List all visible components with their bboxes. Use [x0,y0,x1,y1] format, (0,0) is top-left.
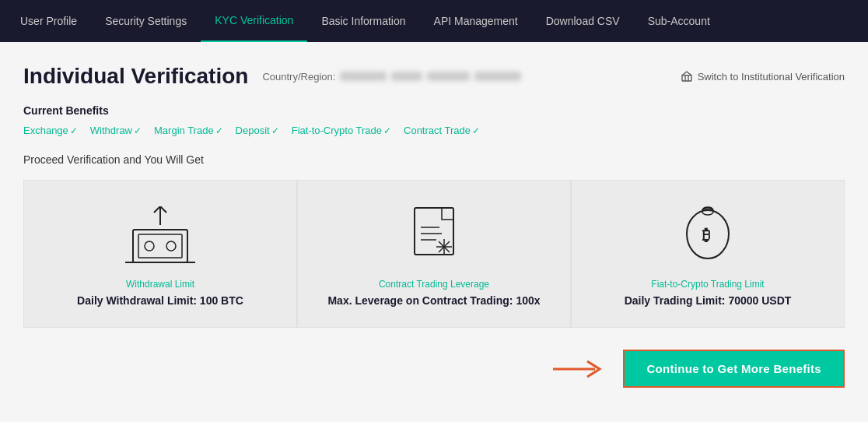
svg-point-4 [166,241,176,251]
country-value-3 [427,72,470,81]
card-contract-icon [399,204,469,266]
benefit-fiat-label: Fiat-to-Crypto Trade [292,125,382,136]
card-fiat-icon: ₿ [673,204,743,266]
benefit-contract: Contract Trade ✓ [404,125,480,136]
nav-download-csv[interactable]: Download CSV [532,0,634,42]
card-withdrawal-icon [121,204,199,266]
page-title: Individual Verification [23,64,248,89]
card-fiat: ₿ Fiat-to-Crypto Trading Limit Daily Tra… [571,180,845,328]
benefit-deposit-check: ✓ [271,125,279,136]
card-contract: Contract Trading Leverage Max. Leverage … [297,180,571,328]
main-nav: User Profile Security Settings KYC Verif… [0,0,868,42]
main-content: Individual Verification Country/Region: … [0,42,868,403]
benefit-withdraw-check: ✓ [134,125,142,136]
header-left: Individual Verification Country/Region: [23,64,521,89]
benefit-margin-label: Margin Trade [154,125,214,136]
header-row: Individual Verification Country/Region: … [23,64,845,89]
withdrawal-svg [121,206,199,265]
benefit-exchange-label: Exchange [23,125,68,136]
country-value-4 [474,72,521,81]
benefit-contract-label: Contract Trade [404,125,471,136]
nav-sub-account[interactable]: Sub-Account [634,0,724,42]
continue-button[interactable]: Continue to Get More Benefits [623,350,845,388]
country-label: Country/Region: [262,71,335,83]
card-withdrawal-subtitle: Withdrawal Limit [126,279,194,290]
benefit-margin-check: ✓ [215,125,223,136]
svg-rect-0 [682,76,691,81]
crypto-svg: ₿ [673,204,743,266]
card-contract-value: Max. Leverage on Contract Trading: 100x [327,294,540,307]
current-benefits-label: Current Benefits [23,104,845,117]
switch-text: Switch to Institutional Verification [698,71,845,83]
building-icon [681,70,693,83]
svg-rect-7 [415,208,453,255]
benefit-withdraw: Withdraw ✓ [90,125,142,136]
benefit-exchange-check: ✓ [70,125,78,136]
card-fiat-subtitle: Fiat-to-Crypto Trading Limit [651,279,764,290]
benefits-list: Exchange ✓ Withdraw ✓ Margin Trade ✓ Dep… [23,125,845,136]
cards-row: Withdrawal Limit Daily Withdrawal Limit:… [23,180,845,328]
card-withdrawal-value: Daily Withdrawal Limit: 100 BTC [77,294,243,307]
benefit-margin: Margin Trade ✓ [154,125,223,136]
card-contract-subtitle: Contract Trading Leverage [379,279,489,290]
contract-svg [399,204,469,266]
nav-api-management[interactable]: API Management [420,0,532,42]
arrow-container [553,357,607,381]
nav-security-settings[interactable]: Security Settings [91,0,201,42]
benefit-fiat-check: ✓ [383,125,391,136]
svg-point-3 [145,241,154,251]
arrow-icon [553,357,607,381]
benefit-deposit: Deposit ✓ [236,125,279,136]
benefit-fiat: Fiat-to-Crypto Trade ✓ [292,125,391,136]
country-region: Country/Region: [262,71,521,83]
benefit-deposit-label: Deposit [236,125,270,136]
country-value-2 [391,72,422,81]
card-withdrawal: Withdrawal Limit Daily Withdrawal Limit:… [23,180,297,328]
benefit-withdraw-label: Withdraw [90,125,132,136]
bottom-row: Continue to Get More Benefits [23,350,845,388]
nav-user-profile[interactable]: User Profile [16,0,91,42]
country-value-1 [340,72,387,81]
benefit-contract-check: ✓ [472,125,480,136]
nav-kyc-verification[interactable]: KYC Verification [201,0,307,42]
benefit-exchange: Exchange ✓ [23,125,78,136]
nav-basic-information[interactable]: Basic Information [307,0,419,42]
svg-text:₿: ₿ [702,227,710,244]
proceed-label: Proceed Verification and You Will Get [23,153,845,166]
switch-institutional-link[interactable]: Switch to Institutional Verification [681,70,845,83]
card-fiat-value: Daily Trading Limit: 70000 USDT [625,294,792,307]
